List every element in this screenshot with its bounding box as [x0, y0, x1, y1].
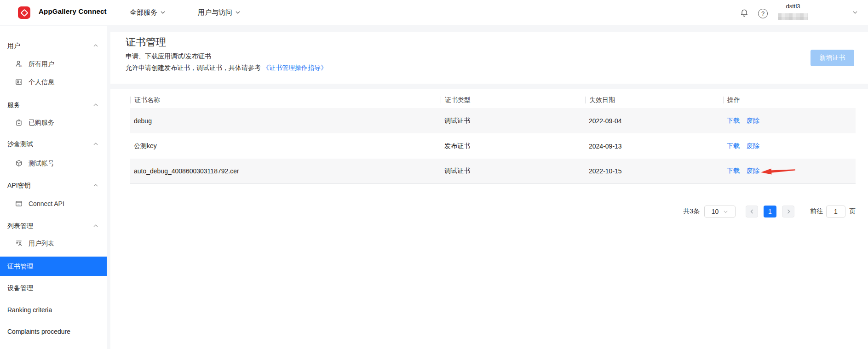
cert-expiry: 2022-10-15	[585, 167, 723, 175]
sidebar-item-certificate-management[interactable]: 证书管理	[0, 257, 107, 276]
svg-text:ALL: ALL	[19, 65, 23, 68]
table-row: auto_debug_4008600303118792.cer 调试证书 202…	[130, 159, 856, 184]
revoke-link[interactable]: 废除	[747, 142, 759, 149]
table-header-row: 证书名称 证书类型 失效日期 操作	[130, 92, 856, 108]
table-row: debug 调试证书 2022-09-04 下载废除	[130, 108, 856, 133]
chevron-right-icon	[786, 209, 791, 214]
sidebar-section-services[interactable]: 服务	[0, 98, 107, 111]
sidebar-item-ranking-criteria[interactable]: Ranking criteria	[0, 303, 107, 316]
sidebar-item-personal-info[interactable]: 个人信息	[0, 75, 107, 88]
sidebar-item-connect-api[interactable]: </> Connect API	[0, 197, 107, 210]
page-header-card: 证书管理 申请、下载应用调试/发布证书 允许申请创建发布证书，调试证书，具体请参…	[110, 32, 868, 84]
page-size-select[interactable]: 10	[704, 206, 736, 217]
chevron-down-icon	[235, 10, 241, 15]
sidebar-item-complaints-procedure[interactable]: Complaints procedure	[0, 325, 107, 338]
sidebar-section-api-key[interactable]: API密钥	[0, 179, 107, 192]
download-link[interactable]: 下载	[727, 142, 740, 149]
page-title: 证书管理	[126, 35, 166, 49]
cert-name: auto_debug_4008600303118792.cer	[130, 167, 441, 175]
certificate-table-card: 证书名称 证书类型 失效日期 操作 debug 调试证书 2022-09-04 …	[110, 89, 868, 349]
revoke-link[interactable]: 废除	[747, 117, 759, 124]
chevron-up-icon	[93, 183, 98, 188]
chevron-up-icon	[93, 43, 98, 48]
sidebar-item-device-management[interactable]: 设备管理	[0, 281, 107, 294]
cert-name: 公测key	[130, 142, 441, 150]
user-menu-chevron-down-icon[interactable]	[852, 9, 858, 16]
sidebar-item-all-users[interactable]: ALL 所有用户	[0, 57, 107, 70]
cube-icon	[15, 159, 23, 167]
red-annotation-arrow-icon	[760, 166, 797, 176]
page-unit-label: 页	[849, 207, 856, 216]
goto-page-input[interactable]	[826, 206, 845, 217]
column-header-type: 证书类型	[441, 97, 585, 103]
certificate-table: 证书名称 证书类型 失效日期 操作 debug 调试证书 2022-09-04 …	[130, 92, 856, 184]
user-list-icon	[15, 239, 23, 247]
revoke-link[interactable]: 废除	[747, 167, 759, 174]
chevron-up-icon	[93, 102, 98, 108]
api-window-icon: </>	[15, 200, 23, 208]
sidebar-section-users[interactable]: 用户	[0, 39, 107, 52]
page-description-line2: 允许申请创建发布证书，调试证书，具体请参考 《证书管理操作指导》	[126, 64, 327, 72]
cert-guide-link[interactable]: 《证书管理操作指导》	[263, 64, 327, 71]
shopping-bag-icon	[15, 118, 23, 126]
pagination: 共3条 10 1 前往 页	[683, 206, 856, 217]
cert-expiry: 2022-09-04	[585, 117, 723, 125]
download-link[interactable]: 下载	[727, 167, 740, 174]
chevron-up-icon	[93, 141, 98, 147]
sidebar-item-purchased-services[interactable]: 已购服务	[0, 116, 107, 129]
cert-expiry: 2024-09-13	[585, 143, 723, 150]
chevron-down-icon	[723, 209, 728, 214]
sidebar-item-test-account[interactable]: 测试帐号	[0, 157, 107, 170]
cert-type: 调试证书	[441, 117, 585, 125]
username: dsttl3	[773, 2, 813, 11]
user-menu[interactable]: dsttl3	[773, 2, 813, 20]
sidebar-section-list-management[interactable]: 列表管理	[0, 219, 107, 232]
brand-title: AppGallery Connect	[39, 7, 107, 15]
nav-users-access[interactable]: 用户与访问	[198, 6, 241, 18]
table-row: 公测key 发布证书 2024-09-13 下载废除	[130, 133, 856, 159]
sidebar: 用户 ALL 所有用户 个人信息 服务 已购服务 沙盒测试	[0, 26, 107, 349]
cert-type: 调试证书	[441, 167, 585, 175]
next-page-button[interactable]	[782, 206, 794, 217]
page-description-line1: 申请、下载应用调试/发布证书	[126, 52, 211, 61]
id-card-icon	[15, 78, 23, 86]
column-header-actions: 操作	[723, 97, 856, 103]
chevron-up-icon	[93, 223, 98, 229]
cert-type: 发布证书	[441, 142, 585, 150]
column-header-name: 证书名称	[130, 97, 441, 103]
notification-bell-icon[interactable]	[739, 7, 750, 18]
censored-user-detail	[778, 13, 808, 20]
chevron-down-icon	[160, 10, 166, 15]
goto-label: 前往	[810, 207, 823, 216]
total-count: 共3条	[683, 207, 700, 216]
prev-page-button[interactable]	[746, 206, 758, 217]
sidebar-section-sandbox[interactable]: 沙盒测试	[0, 137, 107, 150]
new-certificate-button[interactable]: 新增证书	[811, 50, 854, 66]
nav-all-services[interactable]: 全部服务	[130, 6, 166, 18]
svg-text:</>: </>	[17, 204, 20, 206]
topbar: AppGallery Connect 全部服务 用户与访问 ? dsttl3	[0, 0, 868, 25]
column-header-expiry: 失效日期	[585, 97, 723, 103]
chevron-left-icon	[749, 209, 755, 214]
download-link[interactable]: 下载	[727, 117, 740, 124]
cert-name: debug	[130, 117, 441, 125]
help-icon[interactable]: ?	[758, 9, 768, 18]
sidebar-item-user-list[interactable]: 用户列表	[0, 237, 107, 250]
page-number-active[interactable]: 1	[764, 206, 776, 217]
users-all-icon: ALL	[15, 60, 23, 68]
appgallery-logo-icon	[18, 6, 30, 19]
